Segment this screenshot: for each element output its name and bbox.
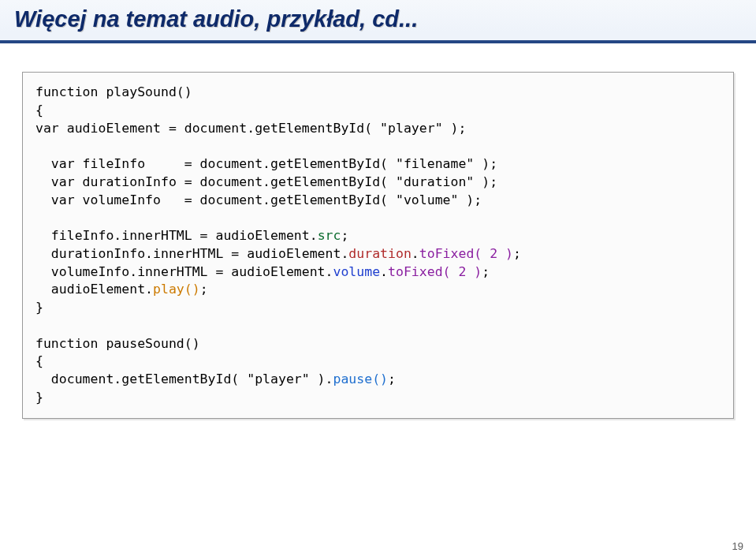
page-number: 19 xyxy=(732,540,743,552)
code-block: function playSound() { var audioElement … xyxy=(22,72,734,419)
code-token: . xyxy=(412,246,419,261)
code-line: } xyxy=(35,390,43,405)
code-line: function pauseSound() xyxy=(35,336,200,351)
code-token-duration: duration xyxy=(348,246,411,261)
code-line: var fileInfo = document.getElementById( … xyxy=(35,156,497,171)
code-line: var audioElement = document.getElementBy… xyxy=(35,121,466,136)
code-line: audioElement. xyxy=(35,282,153,297)
code-token-play: play() xyxy=(153,282,200,297)
code-token-src: src xyxy=(318,228,341,243)
code-token: ; xyxy=(482,264,490,279)
code-line: durationInfo.innerHTML = audioElement. xyxy=(35,246,348,261)
code-line: { xyxy=(35,103,43,118)
code-line: volumeInfo.innerHTML = audioElement. xyxy=(35,264,333,279)
code-token: ; xyxy=(388,371,396,386)
slide: Więcej na temat audio, przykład, cd... W… xyxy=(0,0,756,560)
code-token: ; xyxy=(341,228,348,243)
code-token-tofixed: toFixed( 2 ) xyxy=(419,246,513,261)
code-token-tofixed: toFixed( 2 ) xyxy=(388,264,482,279)
code-token-volume: volume xyxy=(333,264,381,279)
code-line: } xyxy=(35,300,43,315)
slide-header: Więcej na temat audio, przykład, cd... W… xyxy=(0,0,756,43)
code-line: { xyxy=(35,353,43,368)
code-line: function playSound() xyxy=(35,84,192,99)
code-token-pause: pause() xyxy=(333,371,389,386)
code-token: . xyxy=(380,264,388,279)
code-line: fileInfo.innerHTML = audioElement. xyxy=(35,228,318,243)
code-line: var durationInfo = document.getElementBy… xyxy=(35,174,497,189)
code-token: ; xyxy=(200,282,208,297)
code-line: document.getElementById( "player" ). xyxy=(35,371,333,386)
code-line: var volumeInfo = document.getElementById… xyxy=(35,192,482,207)
code-token: ; xyxy=(513,246,521,261)
slide-title: Więcej na temat audio, przykład, cd... W… xyxy=(14,6,418,32)
title-text: Więcej na temat audio, przykład, cd... xyxy=(14,6,418,32)
